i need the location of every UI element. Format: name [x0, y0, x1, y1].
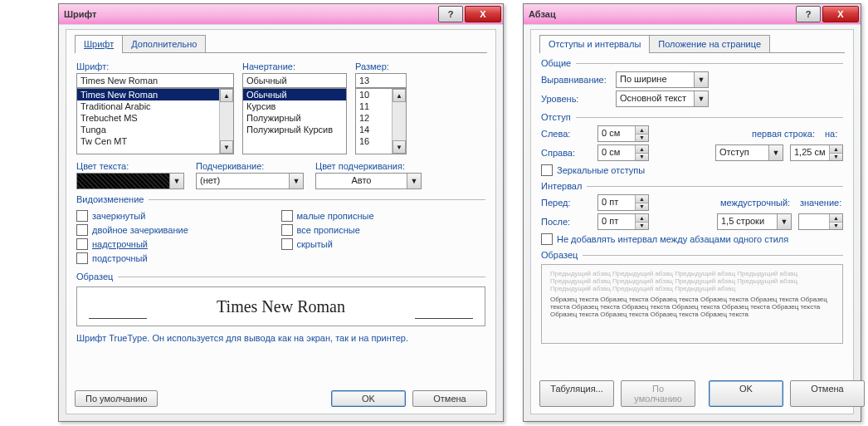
font-dialog: Шрифт ? X Шрифт Дополнительно Шрифт: Tim… — [58, 3, 504, 422]
checkbox-strike[interactable]: зачеркнутый — [76, 210, 281, 222]
font-list-item[interactable]: Trebuchet MS — [77, 112, 219, 124]
sample-dark-text: Образец текста Образец текста Образец те… — [550, 296, 834, 318]
firstline-label: первая строка: — [752, 129, 818, 139]
value-label: значение: — [800, 198, 843, 208]
font-list-scrollbar[interactable]: ▲▼ — [219, 89, 233, 154]
font-list-item[interactable]: Tw Cen MT — [77, 135, 219, 147]
alignment-label: Выравнивание: — [541, 75, 609, 85]
general-group-label: Общие — [541, 58, 571, 68]
spacing-group-label: Интервал — [541, 181, 582, 191]
close-button[interactable]: X — [822, 6, 859, 22]
by-label: на: — [825, 129, 843, 139]
close-button[interactable]: X — [465, 6, 501, 22]
size-list-item[interactable]: 10 — [356, 89, 392, 100]
level-dropdown[interactable]: Основной текст▼ — [616, 91, 709, 107]
dialog-title: Шрифт — [64, 9, 436, 19]
tab-font[interactable]: Шрифт — [75, 35, 123, 52]
after-spinner[interactable]: 0 пт▲▼ — [597, 213, 649, 230]
chevron-down-icon: ▼ — [169, 174, 183, 189]
sample-group-label: Образец — [541, 250, 578, 260]
style-list[interactable]: Обычный Курсив Полужирный Полужирный Кур… — [242, 88, 347, 154]
tab-advanced[interactable]: Дополнительно — [122, 35, 206, 52]
checkbox-smallcaps[interactable]: малые прописные — [281, 210, 486, 222]
size-list-item[interactable]: 12 — [356, 112, 392, 124]
before-spinner[interactable]: 0 пт▲▼ — [597, 194, 649, 211]
paragraph-dialog: Абзац ? X Отступы и интервалы Положение … — [523, 3, 861, 422]
style-list-item[interactable]: Обычный — [243, 89, 346, 100]
ok-button[interactable]: OK — [709, 380, 783, 407]
size-list-item[interactable]: 14 — [356, 124, 392, 135]
size-list-scrollbar[interactable]: ▲▼ — [392, 89, 406, 154]
underline-dropdown[interactable]: (нет) ▼ — [196, 173, 304, 189]
checkbox-allcaps[interactable]: все прописные — [281, 224, 486, 236]
size-input[interactable]: 13 — [355, 73, 407, 88]
font-input[interactable]: Times New Roman — [76, 73, 234, 88]
level-label: Уровень: — [541, 94, 609, 104]
size-list[interactable]: 10 11 12 14 16 ▲▼ — [355, 88, 407, 154]
tabs-button[interactable]: Табуляция... — [539, 380, 614, 407]
checkbox-sub[interactable]: подстрочный — [76, 252, 281, 264]
underline-color-label: Цвет подчеркивания: — [315, 161, 422, 171]
titlebar[interactable]: Шрифт ? X — [59, 4, 503, 25]
style-list-item[interactable]: Полужирный — [243, 112, 346, 124]
checkbox-mirror-indents[interactable]: Зеркальные отступы — [541, 164, 843, 176]
style-label: Начертание: — [242, 61, 347, 71]
cancel-button[interactable]: Отмена — [412, 390, 487, 407]
linespace-value-spinner[interactable]: ▲▼ — [798, 213, 843, 230]
font-list-item[interactable]: Times New Roman — [77, 89, 219, 100]
underline-color-dropdown[interactable]: Авто ▼ — [315, 173, 422, 189]
style-input[interactable]: Обычный — [242, 73, 347, 88]
before-label: Перед: — [541, 198, 591, 208]
font-sample: Times New Roman — [76, 286, 485, 326]
after-label: После: — [541, 217, 591, 227]
linespace-label: междустрочный: — [720, 198, 793, 208]
right-indent-label: Справа: — [541, 148, 591, 158]
left-indent-spinner[interactable]: 0 см▲▼ — [597, 125, 649, 142]
sample-group-label: Образец — [76, 272, 113, 282]
font-list[interactable]: Times New Roman Traditional Arabic Trebu… — [76, 88, 234, 154]
style-list-item[interactable]: Курсив — [243, 100, 346, 112]
set-default-button[interactable]: По умолчанию — [75, 390, 158, 407]
checkbox-hidden[interactable]: скрытый — [281, 238, 486, 250]
footer-note: Шрифт TrueType. Он используется для выво… — [66, 331, 495, 345]
set-default-button[interactable]: По умолчанию — [621, 380, 695, 407]
cancel-button[interactable]: Отмена — [790, 380, 865, 407]
linespace-dropdown[interactable]: 1,5 строки▼ — [717, 213, 792, 230]
sample-text: Times New Roman — [217, 297, 345, 316]
left-indent-label: Слева: — [541, 129, 591, 139]
ok-button[interactable]: OK — [331, 390, 406, 407]
font-color-label: Цвет текста: — [76, 161, 184, 171]
effects-group-label: Видоизменение — [76, 194, 144, 204]
size-label: Размер: — [355, 61, 407, 71]
underline-label: Подчеркивание: — [196, 161, 304, 171]
firstline-dropdown[interactable]: Отступ▼ — [715, 144, 783, 161]
size-list-item[interactable]: 16 — [356, 135, 392, 147]
titlebar[interactable]: Абзац ? X — [524, 4, 861, 25]
right-indent-spinner[interactable]: 0 см▲▼ — [597, 144, 649, 161]
checkbox-no-space-same-style[interactable]: Не добавлять интервал между абзацами одн… — [541, 233, 843, 245]
chevron-down-icon: ▼ — [407, 174, 421, 189]
tab-indents[interactable]: Отступы и интервалы — [539, 35, 650, 52]
size-list-item[interactable]: 11 — [356, 100, 392, 112]
font-label: Шрифт: — [76, 61, 234, 71]
style-list-item[interactable]: Полужирный Курсив — [243, 124, 346, 135]
tab-page-position[interactable]: Положение на странице — [649, 35, 770, 52]
dialog-title: Абзац — [529, 9, 794, 19]
checkbox-super[interactable]: надстрочный — [76, 238, 281, 250]
alignment-dropdown[interactable]: По ширине▼ — [616, 71, 709, 88]
chevron-down-icon: ▼ — [289, 174, 303, 189]
paragraph-sample: Предыдущий абзац Предыдущий абзац Предыд… — [541, 264, 843, 344]
indent-group-label: Отступ — [541, 112, 571, 122]
sample-grey-text: Предыдущий абзац Предыдущий абзац Предыд… — [550, 270, 834, 292]
help-button[interactable]: ? — [796, 6, 821, 22]
checkbox-dstrike[interactable]: двойное зачеркивание — [76, 224, 281, 236]
font-list-item[interactable]: Tunga — [77, 124, 219, 135]
font-list-item[interactable]: Traditional Arabic — [77, 100, 219, 112]
help-button[interactable]: ? — [438, 6, 463, 22]
by-spinner[interactable]: 1,25 см▲▼ — [790, 144, 843, 161]
font-color-dropdown[interactable]: ▼ — [76, 173, 184, 189]
